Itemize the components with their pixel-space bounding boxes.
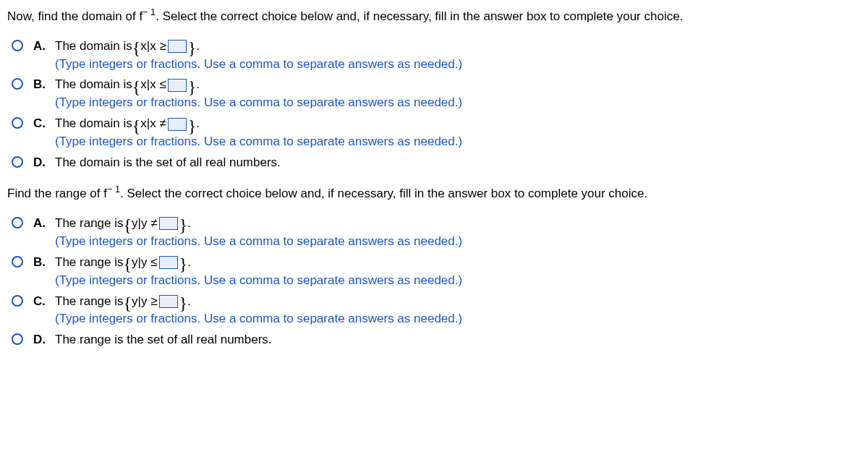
option-letter: C.: [33, 294, 51, 310]
option-letter: C.: [33, 116, 51, 132]
domain-c-text: The domain is { x|x ≠ } .: [55, 116, 462, 132]
radio-icon[interactable]: [12, 40, 23, 51]
domain-prompt-pre: Now, find the domain of f: [7, 9, 142, 23]
option-letter: B.: [33, 77, 51, 93]
domain-c-hint: (Type integers or fractions. Use a comma…: [55, 134, 462, 150]
range-b-hint: (Type integers or fractions. Use a comma…: [55, 273, 462, 289]
domain-b-hint: (Type integers or fractions. Use a comma…: [55, 95, 462, 111]
domain-a-text: The domain is { x|x ≥ } .: [55, 38, 462, 55]
domain-prompt-exp: − 1: [142, 7, 156, 17]
domain-d-text: The domain is the set of all real number…: [55, 155, 281, 171]
range-option-b: B. The range is { y|y ≤ } . (Type intege…: [12, 255, 861, 289]
radio-icon[interactable]: [12, 295, 23, 307]
answer-input[interactable]: [159, 217, 178, 230]
answer-input[interactable]: [168, 118, 187, 131]
range-c-hint: (Type integers or fractions. Use a comma…: [55, 311, 462, 328]
range-a-text: The range is { y|y ≠ } .: [55, 215, 462, 232]
option-letter: D.: [33, 332, 51, 349]
domain-prompt-post: . Select the correct choice below and, i…: [156, 9, 683, 23]
range-d-text: The range is the set of all real numbers…: [55, 332, 272, 349]
radio-icon[interactable]: [12, 78, 23, 90]
option-letter: A.: [33, 38, 51, 55]
radio-icon[interactable]: [12, 117, 23, 129]
radio-icon[interactable]: [12, 156, 23, 168]
domain-b-text: The domain is { x|x ≤ } .: [55, 77, 462, 93]
range-options: A. The range is { y|y ≠ } . (Type intege…: [12, 215, 861, 349]
option-letter: D.: [33, 155, 51, 171]
range-option-d: D. The range is the set of all real numb…: [12, 332, 861, 349]
answer-input[interactable]: [159, 295, 178, 308]
radio-icon[interactable]: [12, 256, 23, 268]
answer-input[interactable]: [159, 256, 178, 269]
range-prompt-exp: − 1: [107, 184, 120, 195]
domain-prompt: Now, find the domain of f− 1. Select the…: [7, 6, 861, 25]
radio-icon[interactable]: [12, 217, 23, 228]
domain-a-hint: (Type integers or fractions. Use a comma…: [55, 56, 462, 73]
range-prompt-post: . Select the correct choice below and, i…: [120, 187, 647, 200]
range-prompt: Find the range of f− 1. Select the corre…: [7, 183, 861, 202]
range-prompt-pre: Find the range of f: [7, 187, 107, 200]
range-a-hint: (Type integers or fractions. Use a comma…: [55, 234, 462, 250]
answer-input[interactable]: [168, 40, 187, 53]
domain-option-c: C. The domain is { x|x ≠ } . (Type integ…: [12, 116, 861, 150]
range-c-text: The range is { y|y ≥ } .: [55, 294, 462, 310]
domain-option-a: A. The domain is { x|x ≥ } . (Type integ…: [12, 38, 861, 73]
radio-icon[interactable]: [12, 333, 23, 345]
option-letter: B.: [33, 255, 51, 271]
range-b-text: The range is { y|y ≤ } .: [55, 255, 462, 271]
domain-options: A. The domain is { x|x ≥ } . (Type integ…: [12, 38, 861, 172]
domain-option-b: B. The domain is { x|x ≤ } . (Type integ…: [12, 77, 861, 111]
option-letter: A.: [33, 215, 51, 232]
answer-input[interactable]: [168, 79, 187, 92]
range-option-a: A. The range is { y|y ≠ } . (Type intege…: [12, 215, 861, 250]
range-option-c: C. The range is { y|y ≥ } . (Type intege…: [12, 294, 861, 328]
domain-option-d: D. The domain is the set of all real num…: [12, 155, 861, 171]
